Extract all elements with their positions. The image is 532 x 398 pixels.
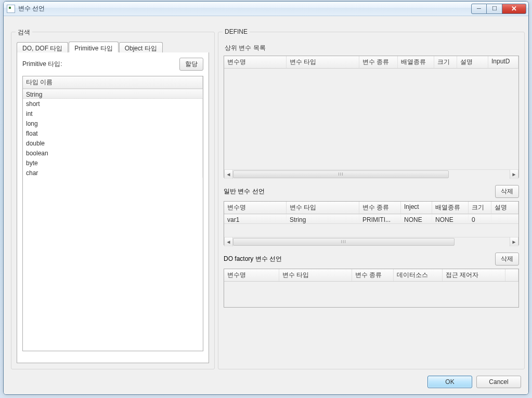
tab-do-dof[interactable]: DO, DOF 타입 bbox=[17, 42, 68, 53]
list-item[interactable]: double bbox=[23, 138, 203, 148]
scroll-thumb[interactable]: III bbox=[233, 238, 455, 246]
scroll-right-icon[interactable]: ► bbox=[510, 170, 518, 179]
table-col[interactable] bbox=[505, 269, 518, 281]
factory-table-body bbox=[224, 282, 518, 308]
table-col[interactable]: 배열종류 bbox=[432, 202, 469, 214]
general-variables-label: 일반 변수 선언 bbox=[224, 187, 265, 196]
scroll-grip-icon: III bbox=[338, 171, 344, 177]
list-item-label: char bbox=[23, 168, 203, 178]
list-item-label: byte bbox=[23, 158, 203, 168]
general-table-body: var1 String PRIMITI... NONE NONE 0 bbox=[224, 214, 518, 237]
factory-section-header: DO factory 변수 선언 삭제 bbox=[224, 253, 519, 266]
general-section-header: 일반 변수 선언 삭제 bbox=[224, 185, 519, 198]
dialog-window: 변수 선언 ─ ☐ ✕ 검색 DO, DOF 타입 Primitive 타입 O… bbox=[3, 1, 529, 395]
general-variables-table[interactable]: 변수명 변수 타입 변수 종류 Inject 배열종류 크기 설명 var1 S… bbox=[224, 201, 519, 245]
table-col[interactable]: 변수 타입 bbox=[287, 56, 359, 68]
titlebar[interactable]: 변수 선언 ─ ☐ ✕ bbox=[4, 2, 528, 16]
list-item[interactable]: float bbox=[23, 128, 203, 138]
list-item-label: double bbox=[23, 138, 203, 148]
cancel-button[interactable]: Cancel bbox=[476, 376, 521, 388]
table-col[interactable]: 변수명 bbox=[224, 202, 287, 214]
cell-arraytype: NONE bbox=[432, 215, 469, 223]
primitive-list-body: String short int long float double boole… bbox=[23, 89, 203, 178]
list-item[interactable]: int bbox=[23, 109, 203, 118]
cell-size: 0 bbox=[469, 215, 491, 223]
list-item-label: float bbox=[23, 128, 203, 138]
list-item-label: int bbox=[23, 109, 203, 118]
table-col[interactable]: 변수 타입 bbox=[279, 269, 352, 281]
table-col[interactable]: 접근 제어자 bbox=[443, 269, 505, 281]
factory-delete-button[interactable]: 삭제 bbox=[495, 253, 519, 266]
dialog-button-row: OK Cancel bbox=[427, 376, 521, 388]
primitive-header-row: Primitive 타입: 할당 bbox=[22, 58, 203, 71]
window-controls: ─ ☐ ✕ bbox=[471, 4, 526, 14]
define-groupbox: DEFINE 상위 변수 목록 변수명 변수 타입 변수 종류 배열종류 크기 … bbox=[218, 32, 525, 369]
cell-varname: var1 bbox=[224, 215, 287, 223]
define-legend: DEFINE bbox=[223, 28, 250, 35]
list-item[interactable]: boolean bbox=[23, 148, 203, 158]
scroll-thumb[interactable]: III bbox=[233, 170, 449, 178]
list-item-label: String bbox=[23, 89, 203, 98]
general-hscrollbar[interactable]: ◄ III ► bbox=[224, 237, 518, 246]
table-col[interactable]: 변수명 bbox=[224, 56, 287, 68]
table-col[interactable]: 크기 bbox=[434, 56, 457, 68]
tab-primitive[interactable]: Primitive 타입 bbox=[69, 42, 118, 52]
minimize-icon: ─ bbox=[477, 6, 481, 11]
table-col[interactable]: InputD bbox=[488, 56, 518, 68]
primitive-header-col[interactable]: 타입 이름 bbox=[23, 76, 203, 88]
maximize-button[interactable]: ☐ bbox=[487, 4, 502, 14]
upper-hscrollbar[interactable]: ◄ III ► bbox=[224, 169, 518, 178]
list-item-label: long bbox=[23, 118, 203, 128]
primitive-type-list[interactable]: 타입 이름 String short int long float double… bbox=[22, 76, 203, 351]
upper-variables-table[interactable]: 변수명 변수 타입 변수 종류 배열종류 크기 설명 InputD ◄ III bbox=[224, 56, 519, 178]
primitive-list-header[interactable]: 타입 이름 bbox=[23, 76, 203, 89]
tab-object[interactable]: Object 타입 bbox=[119, 42, 163, 53]
scroll-track[interactable]: III bbox=[233, 170, 510, 178]
list-item-label: boolean bbox=[23, 148, 203, 158]
factory-variables-table[interactable]: 변수명 변수 타입 변수 종류 데이터소스 접근 제어자 bbox=[224, 269, 519, 308]
upper-variables-label: 상위 변수 목록 bbox=[225, 44, 519, 52]
app-icon bbox=[7, 5, 15, 13]
table-row[interactable]: var1 String PRIMITI... NONE NONE 0 bbox=[224, 214, 518, 224]
general-table-header[interactable]: 변수명 변수 타입 변수 종류 Inject 배열종류 크기 설명 bbox=[224, 202, 518, 214]
scroll-left-icon[interactable]: ◄ bbox=[224, 237, 233, 246]
table-col[interactable]: 변수 타입 bbox=[287, 202, 359, 214]
table-col[interactable]: 데이터소스 bbox=[394, 269, 443, 281]
general-delete-button[interactable]: 삭제 bbox=[495, 185, 519, 198]
scroll-grip-icon: III bbox=[341, 239, 347, 244]
list-item[interactable]: short bbox=[23, 99, 203, 109]
minimize-button[interactable]: ─ bbox=[471, 4, 487, 14]
table-col[interactable]: 변수 종류 bbox=[359, 56, 398, 68]
factory-table-header[interactable]: 변수명 변수 타입 변수 종류 데이터소스 접근 제어자 bbox=[224, 269, 518, 282]
close-icon: ✕ bbox=[511, 5, 517, 12]
scroll-left-icon[interactable]: ◄ bbox=[224, 170, 233, 179]
cell-inject: NONE bbox=[401, 215, 432, 223]
table-col[interactable]: 변수 종류 bbox=[359, 202, 401, 214]
table-col[interactable]: 배열종류 bbox=[398, 56, 434, 68]
upper-table-header[interactable]: 변수명 변수 타입 변수 종류 배열종류 크기 설명 InputD bbox=[224, 56, 518, 69]
table-col[interactable]: 설명 bbox=[491, 202, 518, 214]
scroll-right-icon[interactable]: ► bbox=[510, 237, 518, 246]
table-col[interactable]: 설명 bbox=[457, 56, 488, 68]
factory-variables-label: DO factory 변수 선언 bbox=[224, 255, 282, 263]
client-area: 검색 DO, DOF 타입 Primitive 타입 Object 타입 Pri… bbox=[4, 16, 528, 394]
assign-button[interactable]: 할당 bbox=[179, 58, 203, 71]
search-groupbox: 검색 DO, DOF 타입 Primitive 타입 Object 타입 Pri… bbox=[11, 32, 215, 369]
list-item[interactable]: char bbox=[23, 168, 203, 178]
scroll-track[interactable]: III bbox=[233, 238, 510, 246]
maximize-icon: ☐ bbox=[492, 6, 497, 11]
list-item[interactable]: long bbox=[23, 118, 203, 128]
table-col[interactable]: 변수 종류 bbox=[352, 269, 394, 281]
cell-varkind: PRIMITI... bbox=[359, 215, 401, 223]
table-col[interactable]: 크기 bbox=[469, 202, 491, 214]
primitive-label: Primitive 타입: bbox=[22, 60, 62, 69]
list-item[interactable]: String bbox=[23, 89, 203, 99]
table-col[interactable]: 변수명 bbox=[224, 269, 279, 281]
window-title: 변수 선언 bbox=[18, 4, 45, 13]
ok-button[interactable]: OK bbox=[427, 376, 472, 388]
cell-desc bbox=[491, 215, 518, 223]
list-item[interactable]: byte bbox=[23, 158, 203, 168]
primitive-tabpage: Primitive 타입: 할당 타입 이름 String short int … bbox=[17, 52, 209, 363]
table-col[interactable]: Inject bbox=[401, 202, 432, 214]
close-button[interactable]: ✕ bbox=[502, 4, 526, 14]
